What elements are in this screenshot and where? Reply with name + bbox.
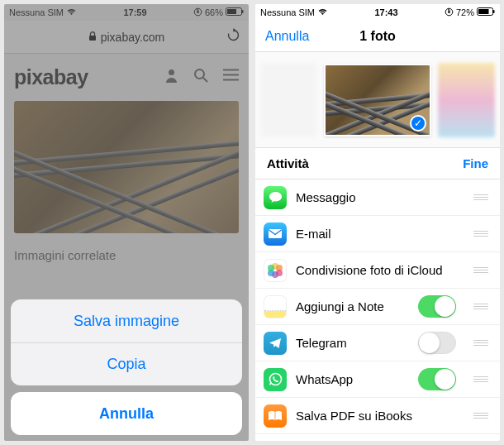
reorder-handle-icon[interactable] xyxy=(473,376,488,382)
telegram-app-icon xyxy=(264,332,287,355)
svg-rect-16 xyxy=(493,10,495,13)
activity-row-photos[interactable]: Condivisione foto di iCloud xyxy=(255,252,500,289)
activity-row-ibooks[interactable]: Salva PDF su iBooks xyxy=(255,398,500,434)
action-sheet: Salva immagine Copia Annulla xyxy=(11,299,242,435)
cancel-button[interactable]: Annulla xyxy=(265,29,309,44)
reorder-handle-icon[interactable] xyxy=(473,267,488,273)
activity-label: Telegram xyxy=(296,336,409,350)
share-nav-bar: Annulla 1 foto xyxy=(255,21,500,52)
reorder-handle-icon[interactable] xyxy=(473,304,488,309)
action-copy[interactable]: Copia xyxy=(11,342,242,385)
ibooks-app-icon xyxy=(264,404,287,428)
action-save-image[interactable]: Salva immagine xyxy=(11,299,242,342)
preview-thumb-prev[interactable] xyxy=(260,63,317,137)
svg-rect-13 xyxy=(448,11,450,12)
carrier-text: Nessuna SIM xyxy=(260,7,315,17)
battery-pct: 72% xyxy=(456,7,474,17)
notes-app-icon xyxy=(264,295,287,318)
activity-label: Aggiungi a Note xyxy=(296,299,409,313)
activity-row-message[interactable]: Messaggio xyxy=(255,179,500,216)
preview-thumb-next[interactable] xyxy=(438,63,495,137)
status-bar: Nessuna SIM 17:43 72% xyxy=(255,4,500,21)
wifi-icon xyxy=(317,7,328,17)
checkmark-icon: ✓ xyxy=(410,115,426,132)
screenshot-safari-actionsheet: Nessuna SIM 17:59 66% pixabay.com xyxy=(4,4,249,441)
activity-label: WhatsApp xyxy=(296,372,409,386)
activity-toggle[interactable] xyxy=(418,295,456,318)
section-title: Attività xyxy=(267,156,309,170)
activity-label: E-mail xyxy=(296,227,464,241)
activity-row-telegram[interactable]: Telegram xyxy=(255,325,500,361)
photos-app-icon xyxy=(264,259,287,282)
action-cancel[interactable]: Annulla xyxy=(11,392,242,435)
svg-rect-15 xyxy=(478,9,489,14)
activities-header: Attività Fine xyxy=(255,148,500,179)
reorder-handle-icon[interactable] xyxy=(473,413,488,419)
activity-row-mail[interactable]: E-mail xyxy=(255,216,500,252)
reorder-handle-icon[interactable] xyxy=(473,194,488,200)
activity-toggle[interactable] xyxy=(418,368,456,390)
activity-label: Messaggio xyxy=(296,190,464,204)
activity-label: Salva PDF su iBooks xyxy=(296,409,464,423)
orientation-lock-icon xyxy=(445,7,454,18)
activity-label: Condivisione foto di iCloud xyxy=(296,263,464,277)
svg-point-18 xyxy=(269,374,281,385)
battery-icon xyxy=(477,7,495,17)
done-button[interactable]: Fine xyxy=(463,156,488,170)
preview-thumb-selected[interactable]: ✓ xyxy=(324,64,430,136)
clock: 17:43 xyxy=(374,7,397,17)
message-app-icon xyxy=(264,186,287,209)
activity-toggle[interactable] xyxy=(418,332,456,354)
activity-row-notes[interactable]: Aggiungi a Note xyxy=(255,289,500,325)
screenshot-share-activities: Nessuna SIM 17:43 72% Annulla 1 foto ✓ xyxy=(255,4,500,441)
reorder-handle-icon[interactable] xyxy=(473,340,488,346)
mail-app-icon xyxy=(264,223,287,246)
nav-title: 1 foto xyxy=(359,29,396,44)
activity-row-whatsapp[interactable]: WhatsApp xyxy=(255,361,500,398)
activities-list: MessaggioE-mailCondivisione foto di iClo… xyxy=(255,179,500,434)
reorder-handle-icon[interactable] xyxy=(473,231,488,237)
whatsapp-app-icon xyxy=(264,368,287,391)
photo-preview-row[interactable]: ✓ xyxy=(255,52,500,148)
